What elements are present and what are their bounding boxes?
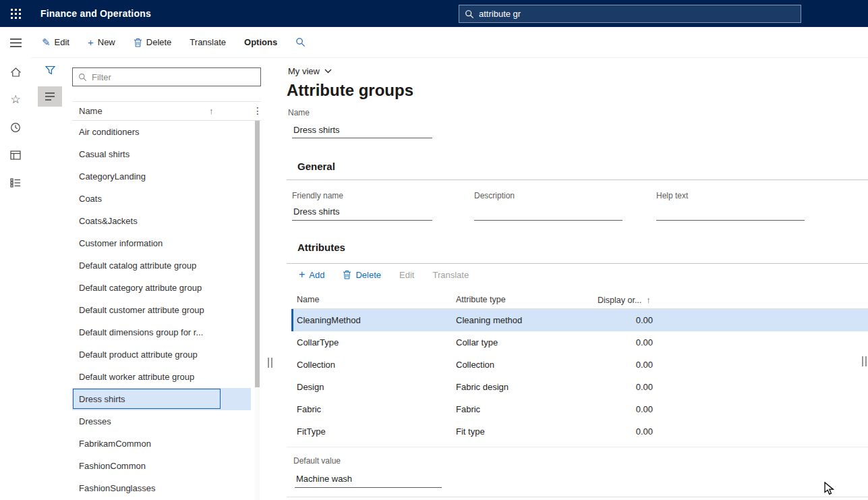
list-item[interactable]: Casual shirts	[72, 143, 251, 165]
add-icon: +	[88, 37, 94, 47]
help-text-input[interactable]	[656, 203, 805, 221]
app-title: Finance and Operations	[40, 8, 151, 19]
list-item[interactable]: Coats&Jackets	[72, 210, 251, 232]
table-row[interactable]: Fabric Fabric 0.00	[291, 398, 868, 420]
navigation-strip: ☆	[0, 27, 31, 500]
cell-attribute-type: Collar type	[456, 331, 498, 354]
cell-attribute-type: Cleaning method	[456, 309, 522, 331]
action-bar-search-button[interactable]	[295, 37, 306, 47]
hierarchy-list-icon	[10, 178, 21, 188]
global-search-box[interactable]	[459, 5, 801, 23]
name-field-input[interactable]: Dress shirts	[292, 121, 432, 138]
edit-attribute-button[interactable]: Edit	[399, 270, 414, 280]
nav-menu-button[interactable]	[0, 27, 31, 58]
cell-display-order: 0.00	[598, 398, 653, 420]
search-icon	[465, 9, 474, 19]
list-item[interactable]: Customer information	[72, 232, 251, 254]
cell-name: CollarType	[297, 331, 339, 354]
friendly-name-input[interactable]: Dress shirts	[292, 203, 432, 221]
list-item[interactable]: Coats	[72, 188, 251, 210]
list-item[interactable]: Air conditioners	[72, 121, 251, 143]
delete-attribute-button[interactable]: Delete	[343, 270, 381, 280]
edit-label: Edit	[399, 270, 414, 280]
funnel-icon	[45, 65, 55, 75]
table-row[interactable]: CollarType Collar type 0.00	[291, 331, 868, 354]
default-value-input[interactable]: Machine wash	[295, 470, 442, 488]
recent-button[interactable]	[0, 113, 31, 141]
column-header-name[interactable]: Name	[297, 295, 319, 304]
right-splitter-handle[interactable]	[862, 356, 867, 366]
list-item[interactable]: CategoryLanding	[72, 165, 251, 188]
description-input[interactable]	[474, 203, 623, 221]
hamburger-icon	[10, 38, 22, 47]
column-more-icon[interactable]: ⋮	[253, 105, 262, 116]
cell-attribute-type: Collection	[456, 354, 494, 376]
form-window-icon	[10, 150, 21, 160]
home-button[interactable]	[0, 58, 31, 86]
list-item[interactable]: Dresses	[72, 410, 251, 433]
top-navigation-bar: Finance and Operations	[0, 0, 868, 27]
main-content: My view Attribute groups Name Dress shir…	[287, 58, 868, 500]
general-section-header[interactable]: General	[297, 161, 335, 172]
list-item[interactable]: FashionSunglasses	[72, 477, 251, 499]
waffle-icon	[11, 9, 21, 19]
cell-display-order: 0.00	[598, 376, 653, 398]
list-view-button[interactable]	[38, 86, 62, 107]
table-row[interactable]: Collection Collection 0.00	[291, 354, 868, 376]
list-item[interactable]: Default product attribute group	[72, 343, 251, 366]
column-header-display-order[interactable]: Display or... ↑	[598, 295, 651, 305]
workspaces-button[interactable]	[0, 169, 31, 196]
view-selector[interactable]: My view	[288, 66, 332, 76]
view-selector-label: My view	[288, 66, 320, 76]
forms-button[interactable]	[0, 141, 31, 169]
translate-button[interactable]: Translate	[190, 37, 226, 47]
global-search-input[interactable]	[479, 9, 795, 19]
list-column-header[interactable]: Name ↑ ⋮	[72, 101, 261, 121]
filter-pane-button[interactable]	[39, 61, 61, 80]
add-attribute-button[interactable]: + Add	[299, 269, 324, 280]
list-item[interactable]: Default category attribute group	[72, 277, 251, 299]
delete-button[interactable]: Delete	[134, 37, 172, 47]
favorites-button[interactable]: ☆	[0, 86, 31, 113]
table-row[interactable]: Design Fabric design 0.00	[291, 376, 868, 398]
grid-bottom-divider	[287, 447, 868, 447]
column-header-attribute-type[interactable]: Attribute type	[456, 295, 506, 304]
list-item[interactable]: Default customer attribute group	[72, 299, 251, 321]
action-bar: ✎ Edit + New Delete Translate Options	[31, 27, 868, 58]
display-order-label: Display or...	[598, 296, 641, 305]
sort-ascending-icon: ↑	[209, 106, 214, 116]
attribute-groups-list: Air conditioners Casual shirts CategoryL…	[72, 121, 251, 499]
list-filter-input[interactable]	[92, 72, 255, 82]
translate-attribute-button[interactable]: Translate	[432, 270, 469, 280]
new-button[interactable]: + New	[88, 37, 115, 47]
list-item[interactable]: Default worker attribute group	[72, 366, 251, 388]
delete-label: Delete	[146, 37, 172, 47]
options-menu-button[interactable]: Options	[244, 37, 277, 47]
table-row-selected[interactable]: CleaningMethod Cleaning method 0.00	[291, 309, 868, 331]
cell-attribute-type: Fit type	[456, 420, 485, 443]
attributes-section-header[interactable]: Attributes	[297, 242, 345, 253]
list-item[interactable]: FashionCommon	[72, 455, 251, 477]
table-row[interactable]: FitType Fit type 0.00	[291, 420, 868, 443]
list-item-selected[interactable]: Dress shirts	[72, 388, 251, 410]
attributes-grid: CleaningMethod Cleaning method 0.00 Coll…	[291, 309, 868, 443]
help-text-label: Help text	[656, 191, 805, 200]
star-icon: ☆	[10, 94, 20, 105]
edit-button[interactable]: ✎ Edit	[42, 37, 69, 47]
delete-label: Delete	[355, 270, 381, 280]
panel-splitter-handle[interactable]	[268, 358, 272, 368]
list-filter-field[interactable]	[72, 67, 261, 86]
cell-name: Collection	[297, 354, 335, 376]
list-item[interactable]: Default catalog attribute group	[72, 254, 251, 277]
list-item[interactable]: Default dimensions group for r...	[72, 321, 251, 343]
app-launcher-button[interactable]	[0, 0, 31, 27]
add-icon: +	[299, 269, 305, 280]
cell-attribute-type: Fabric	[456, 398, 480, 420]
description-label: Description	[474, 191, 623, 200]
new-label: New	[98, 37, 115, 47]
list-scrollbar[interactable]	[255, 121, 260, 500]
list-item[interactable]: FabrikamCommon	[72, 433, 251, 455]
list-scrollbar-thumb[interactable]	[255, 121, 260, 387]
description-field: Description	[474, 191, 623, 221]
list-view-icon	[45, 92, 55, 101]
